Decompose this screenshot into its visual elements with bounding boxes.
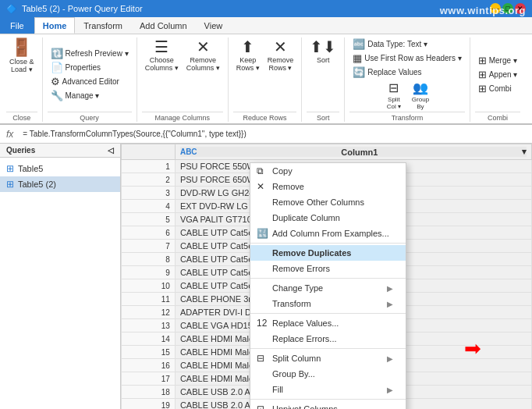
ribbon-group-manage-columns: ☰ ChooseColumns ▾ ✕ RemoveColumns ▾ Mana…: [137, 37, 229, 122]
choose-columns-button[interactable]: ☰ ChooseColumns ▾: [142, 37, 182, 73]
tab-home[interactable]: Home: [34, 17, 76, 34]
queries-header: Queries ◁: [0, 144, 120, 158]
context-menu-separator: [250, 278, 406, 279]
ctx-item-group-by[interactable]: Group By...: [250, 366, 406, 382]
close-load-button[interactable]: 🚪 Close &Load ▾: [6, 37, 37, 75]
table5-2-icon: ⊞: [6, 179, 14, 190]
queries-collapse[interactable]: ◁: [108, 146, 114, 155]
formula-fx-symbol: fx: [3, 129, 16, 140]
row-num-cell: 13: [122, 319, 176, 333]
ctx-label-change-type: Change Type: [272, 283, 323, 293]
title-bar-controls[interactable]: — □ ✕: [490, 3, 526, 14]
context-menu-separator: [250, 243, 406, 244]
ctx-label-replace-errs: Replace Errors...: [272, 334, 337, 343]
ctx-item-duplicate[interactable]: Duplicate Column: [250, 210, 406, 226]
first-row-header-button[interactable]: ▦ Use First Row as Headers ▾: [349, 52, 464, 65]
sort-button[interactable]: ⬆⬇ Sort: [307, 37, 339, 66]
row-num-cell: 4: [122, 200, 176, 213]
query-table5-2-label: Table5 (2): [18, 180, 56, 189]
row-num-cell: 12: [122, 306, 176, 319]
tab-file[interactable]: File: [0, 17, 34, 34]
ctx-item-replace-errs[interactable]: Replace Errors...: [250, 331, 406, 347]
ctx-item-remove-other[interactable]: Remove Other Columns: [250, 194, 406, 210]
sort-icon: ⬆⬇: [310, 39, 336, 55]
advanced-editor-button[interactable]: ⚙ Advanced Editor: [48, 75, 132, 88]
query-item-table5[interactable]: ⊞ Table5: [0, 161, 120, 176]
minimize-button[interactable]: —: [490, 3, 501, 14]
append-label: Appen ▾: [489, 70, 518, 79]
tab-add-column[interactable]: Add Column: [131, 17, 196, 34]
merge-button[interactable]: ⊞ Merge ▾: [475, 54, 521, 67]
queries-panel: Queries ◁ ⊞ Table5 ⊞ Table5 (2): [0, 144, 121, 409]
ctx-item-remove-dup[interactable]: Remove Duplicates: [250, 245, 406, 261]
main-content: Queries ◁ ⊞ Table5 ⊞ Table5 (2) ABC: [0, 144, 532, 409]
first-row-icon: ▦: [353, 52, 362, 64]
replace-vals-label: Replace Values: [367, 68, 421, 76]
query-table5-label: Table5: [18, 164, 43, 173]
keep-rows-label: KeepRows ▾: [236, 56, 260, 72]
remove-rows-button[interactable]: ✕ RemoveRows ▾: [264, 37, 297, 73]
ctx-item-copy[interactable]: ⧉ Copy: [250, 163, 406, 179]
ctx-icon-split-col: ⊟: [257, 353, 264, 364]
row-num-cell: 7: [122, 240, 176, 253]
tab-transform[interactable]: Transform: [75, 17, 131, 34]
properties-label: Properties: [66, 63, 101, 72]
ribbon-group-reduce-rows: ⬆ KeepRows ▾ ✕ RemoveRows ▾ Reduce Rows: [229, 37, 303, 122]
ctx-label-group-by: Group By...: [272, 369, 315, 379]
ctx-item-remove[interactable]: ✕ Remove: [250, 179, 406, 194]
context-menu: ⧉ Copy ✕ Remove Remove Other Columns Dup…: [250, 162, 406, 409]
ctx-item-replace-vals[interactable]: 12 Replace Values...: [250, 315, 406, 331]
ctx-item-change-type[interactable]: Change Type ▶: [250, 280, 406, 296]
remove-columns-button[interactable]: ✕ RemoveColumns ▾: [183, 37, 223, 73]
ctx-label-add-col: Add Column From Examples...: [272, 229, 389, 238]
queries-list: ⊞ Table5 ⊞ Table5 (2): [0, 158, 120, 409]
ctx-item-split-col[interactable]: ⊟ Split Column ▶: [250, 350, 406, 366]
data-type-button[interactable]: 🔤 Data Type: Text ▾: [349, 37, 464, 51]
replace-values-btn[interactable]: 🔄 Replace Values: [349, 66, 464, 79]
row-num-cell: 15: [122, 346, 176, 359]
tab-view[interactable]: View: [196, 17, 232, 34]
formula-input[interactable]: = Table.TransformColumnTypes(Source,{{"C…: [20, 129, 529, 139]
append-icon: ⊞: [478, 69, 487, 80]
ribbon-group-combine: ⊞ Merge ▾ ⊞ Appen ▾ ⊞ Combi Combi: [470, 37, 526, 122]
ctx-icon-add-col: 🔣: [257, 228, 268, 239]
ctx-item-remove-err[interactable]: Remove Errors: [250, 261, 406, 276]
transform-small-buttons: 🔤 Data Type: Text ▾ ▦ Use First Row as H…: [349, 37, 464, 79]
advanced-editor-icon: ⚙: [51, 76, 60, 87]
row-num-cell: 6: [122, 226, 176, 240]
col-dropdown-icon[interactable]: ▾: [522, 147, 527, 157]
advanced-editor-label: Advanced Editor: [62, 77, 119, 86]
close-button[interactable]: ✕: [515, 3, 526, 14]
ribbon: 🚪 Close &Load ▾ Close 🔃 Refresh Preview …: [0, 34, 532, 125]
remove-rows-icon: ✕: [274, 39, 287, 55]
keep-rows-button[interactable]: ⬆ KeepRows ▾: [233, 37, 263, 73]
sort-label: Sort: [317, 56, 330, 64]
ctx-item-fill[interactable]: Fill ▶: [250, 382, 406, 397]
ctx-arrow-transform: ▶: [387, 300, 393, 308]
refresh-preview-button[interactable]: 🔃 Refresh Preview ▾: [48, 47, 132, 60]
remove-columns-label: RemoveColumns ▾: [186, 56, 220, 72]
maximize-button[interactable]: □: [502, 3, 513, 14]
query-item-table5-2[interactable]: ⊞ Table5 (2): [0, 176, 120, 192]
title-bar-left: 🔷 Table5 (2) - Power Query Editor: [6, 4, 143, 14]
combine-button[interactable]: ⊞ Combi: [475, 82, 521, 95]
manage-button[interactable]: 🔧 Manage ▾: [48, 89, 132, 102]
ctx-item-add-col[interactable]: 🔣 Add Column From Examples...: [250, 226, 406, 241]
query-small-buttons: 🔃 Refresh Preview ▾ 📄 Properties ⚙ Advan…: [48, 37, 132, 112]
ribbon-group-close: 🚪 Close &Load ▾ Close: [2, 37, 43, 122]
column1-header[interactable]: ABC Column1 ▾: [175, 144, 531, 160]
ctx-item-unpivot[interactable]: ⊡ Unpivot Columns: [250, 401, 406, 409]
manage-columns-label: Manage Columns: [142, 112, 223, 122]
row-num-cell: 9: [122, 266, 176, 279]
append-button[interactable]: ⊞ Appen ▾: [475, 68, 521, 81]
ctx-label-remove-other: Remove Other Columns: [272, 197, 364, 207]
ctx-item-transform[interactable]: Transform ▶: [250, 296, 406, 311]
data-type-label: Data Type: Text ▾: [367, 40, 427, 48]
split-label: SplitCol ▾: [387, 96, 401, 110]
group-by-button[interactable]: 👥 GroupBy: [409, 80, 432, 112]
split-column-button[interactable]: ⊟ SplitCol ▾: [382, 80, 406, 112]
transform-group-label: Transform: [349, 112, 464, 122]
title-bar: 🔷 Table5 (2) - Power Query Editor — □ ✕ …: [0, 0, 532, 17]
properties-button[interactable]: 📄 Properties: [48, 61, 132, 74]
row-num-cell: 3: [122, 187, 176, 200]
